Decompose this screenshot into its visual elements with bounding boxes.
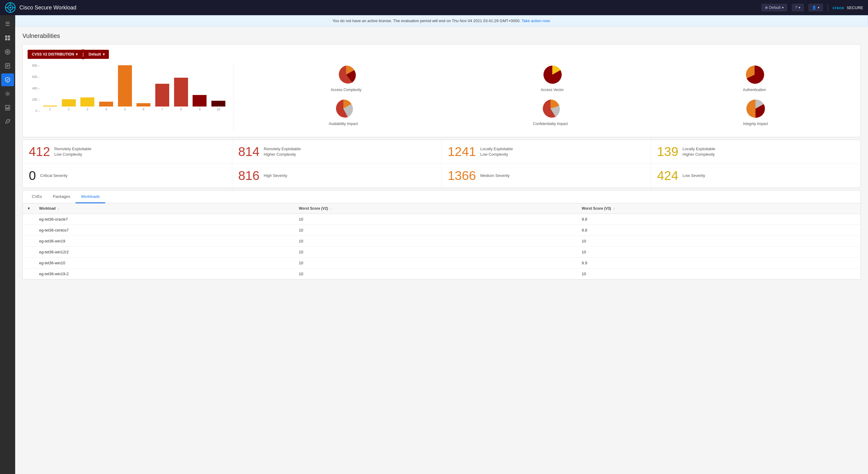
stat-number: 424 — [657, 169, 678, 182]
workload-cell[interactable]: eg-tet36-centos7 — [35, 225, 294, 236]
sort-icon-v3: ↕ — [613, 207, 615, 210]
bar — [136, 103, 150, 107]
workload-cell[interactable]: eg-tet36-win12r2 — [35, 247, 294, 258]
pie-item-access-complexity: Access Complexity — [331, 64, 361, 92]
bar-wrapper: 5 — [116, 64, 134, 113]
table-row: eg-tet36-win10109.9 — [23, 258, 860, 269]
stat-cell: 814Remotely Exploitable Higher Complexit… — [232, 140, 442, 164]
v2-score-cell: 10 — [294, 247, 578, 258]
bar-x-label: 2 — [68, 108, 70, 113]
stat-cell: 424Low Severity — [651, 164, 861, 187]
stat-label: Remotely Exploitable Higher Complexity — [264, 146, 301, 157]
chevron-down-icon: ▾ — [76, 52, 78, 56]
row-filter-cell — [23, 236, 35, 247]
sidebar: ☰ — [0, 15, 15, 474]
sidebar-item-menu[interactable]: ☰ — [1, 18, 14, 30]
sidebar-item-security[interactable] — [1, 73, 14, 86]
bar — [99, 102, 113, 107]
bar-wrapper: 6 — [135, 64, 153, 113]
stat-number: 816 — [238, 169, 259, 182]
v3-score-cell: 9.8 — [578, 214, 860, 225]
tabs-area: CVEsPackagesWorkloads ▼ Workload ↕ — [23, 190, 861, 280]
y-label-800: 800 – — [28, 64, 40, 67]
stat-cell: 412Remotely Exploitable Low Complexity — [23, 140, 232, 164]
chevron-down-icon: ▾ — [818, 5, 819, 10]
stat-cell: 1366Medium Severity — [442, 164, 651, 187]
workload-cell[interactable]: eg-tet36-win19-2 — [35, 269, 294, 279]
y-label-200: 200 – — [28, 98, 40, 101]
svg-rect-10 — [8, 38, 10, 40]
scope-icon: ⊕ — [765, 5, 768, 10]
workload-cell[interactable]: eg-tet36-win10 — [35, 258, 294, 269]
table-row: eg-tet36-win19-21010 — [23, 269, 860, 279]
pie-item-confidentiality-impact: Confidentiality Impact — [533, 98, 568, 126]
stat-number: 1366 — [448, 169, 476, 182]
svg-rect-9 — [5, 38, 7, 40]
sidebar-item-reports[interactable] — [1, 101, 14, 114]
tab-item-workloads[interactable]: Workloads — [75, 190, 105, 203]
bar — [81, 97, 94, 107]
bar-wrapper: 7 — [153, 64, 172, 113]
license-banner: You do not have an active license. The e… — [15, 15, 868, 26]
cisco-secure-logo: cisco SECURE — [833, 5, 863, 10]
user-button[interactable]: 👤 ▾ — [809, 4, 823, 11]
stat-label: Medium Severity — [480, 173, 509, 178]
worst-score-v3-column-header[interactable]: Worst Score (V3) ↕ — [578, 203, 860, 214]
bar-wrapper: 3 — [78, 64, 96, 113]
table-row: eg-tet36-centos7109.8 — [23, 225, 860, 236]
sidebar-item-dashboard[interactable] — [1, 32, 14, 44]
row-filter-cell — [23, 269, 35, 279]
bar-wrapper: 9 — [191, 64, 209, 113]
svg-point-18 — [7, 93, 8, 95]
v2-score-cell: 10 — [294, 214, 578, 225]
help-button[interactable]: ? ▾ — [792, 4, 804, 11]
cisco-logo-icon — [5, 2, 16, 13]
tab-item-packages[interactable]: Packages — [47, 190, 75, 203]
bar-x-label: 6 — [143, 108, 145, 113]
dist-body: 800 – 600 – 400 – 200 – 0 – 12345678910 — [28, 64, 856, 132]
stat-cell: 1241Locally Exploitable Low Complexity — [442, 140, 651, 164]
availability-impact-chart — [333, 98, 354, 119]
workload-cell[interactable]: eg-tet36-win19 — [35, 236, 294, 247]
stat-number: 814 — [238, 145, 259, 158]
chevron-down-icon: ▾ — [103, 52, 105, 56]
tab-item-cves[interactable]: CVEs — [26, 190, 47, 203]
stat-number: 412 — [29, 145, 50, 158]
v2-score-cell: 10 — [294, 236, 578, 247]
sidebar-item-tools[interactable] — [1, 115, 14, 128]
svg-rect-21 — [7, 108, 8, 109]
bar — [211, 101, 225, 107]
pie-label-authentication: Authentication — [743, 88, 766, 92]
row-filter-cell — [23, 258, 35, 269]
take-action-link[interactable]: Take action now. — [522, 19, 551, 23]
filter-icon[interactable]: ▼ — [27, 206, 31, 211]
chevron-down-icon: ▾ — [799, 5, 800, 10]
stat-number: 1241 — [448, 145, 476, 158]
pie-label-integrity-impact: Integrity Impact — [743, 122, 768, 126]
row-filter-cell — [23, 247, 35, 258]
sidebar-item-topology[interactable] — [1, 46, 14, 58]
v3-score-cell: 10 — [578, 247, 860, 258]
sort-icon: ↕ — [58, 207, 59, 210]
workload-cell[interactable]: eg-tet36-oracle7 — [35, 214, 294, 225]
stat-label: Locally Exploitable Higher Complexity — [683, 146, 715, 157]
stat-number: 139 — [657, 145, 678, 158]
cvss-distribution-button[interactable]: CVSS V2 DISTRIBUTION ▾ — [28, 50, 82, 59]
svg-rect-7 — [5, 35, 7, 38]
dist-header: CVSS V2 DISTRIBUTION ▾ | Default ▾ — [28, 50, 856, 59]
default-scope-button[interactable]: Default ▾ — [84, 50, 109, 59]
pie-item-authentication: Authentication — [743, 64, 766, 92]
user-icon: 👤 — [812, 5, 816, 10]
bar-x-label: 9 — [199, 108, 201, 113]
row-filter-cell — [23, 225, 35, 236]
v2-score-cell: 10 — [294, 225, 578, 236]
workload-column-header[interactable]: Workload ↕ — [35, 203, 294, 214]
table-row: eg-tet36-win12r21010 — [23, 247, 860, 258]
scope-button[interactable]: ⊕ Default ▾ — [762, 4, 787, 11]
pie-label-confidentiality-impact: Confidentiality Impact — [533, 122, 568, 126]
sidebar-item-settings[interactable] — [1, 87, 14, 100]
worst-score-v2-column-header[interactable]: Worst Score (V2) ↓ — [294, 203, 578, 214]
bar — [174, 78, 188, 107]
sidebar-item-policy[interactable] — [1, 59, 14, 72]
page-title: Vulnerabilities — [23, 32, 861, 39]
